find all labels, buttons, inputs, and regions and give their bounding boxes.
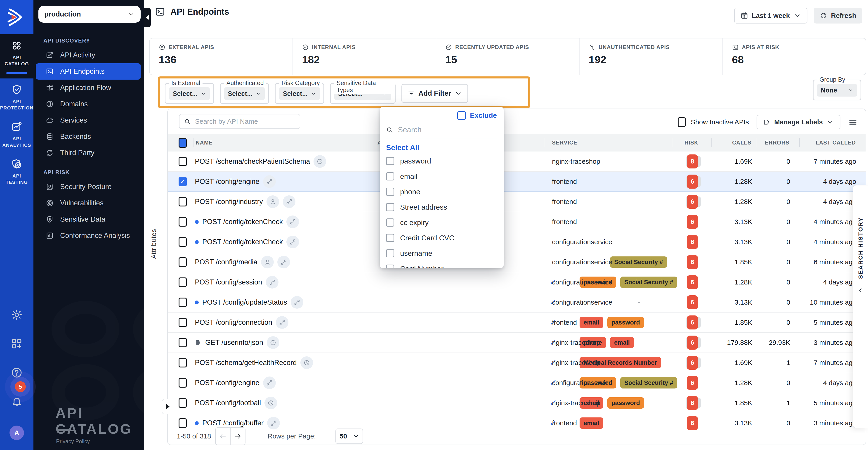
- col-service[interactable]: SERVICE: [552, 140, 577, 146]
- table-row[interactable]: ✓POST /config/engine+1frontend61.28K04 d…: [168, 172, 866, 192]
- sidebar-item-third-party[interactable]: Third Party: [36, 145, 141, 161]
- rail-item-api-analytics[interactable]: APIANALYTICS: [0, 116, 33, 153]
- endpoint-name-cell[interactable]: POST /config/media: [195, 252, 290, 272]
- dropdown-option-username[interactable]: username: [380, 246, 504, 261]
- sidebar-item-vulnerabilities[interactable]: Vulnerabilities: [36, 195, 141, 211]
- manage-labels-button[interactable]: Manage Labels: [756, 115, 840, 129]
- option-checkbox[interactable]: [386, 218, 394, 227]
- refresh-button[interactable]: Refresh: [814, 8, 862, 24]
- rows-per-page-select[interactable]: 50: [336, 428, 363, 444]
- table-row[interactable]: POST /config/industry+1frontend61.28K04 …: [168, 192, 866, 212]
- sidebar-item-api-endpoints[interactable]: API Endpoints: [36, 63, 141, 80]
- col-last-called[interactable]: LAST CALLED: [815, 140, 856, 146]
- table-row[interactable]: POST /schema/checkPatientSchema+3nginx-t…: [168, 151, 866, 172]
- risk-score-badge[interactable]: 6: [687, 175, 698, 188]
- dropdown-search[interactable]: [386, 125, 497, 139]
- next-page-button[interactable]: [230, 428, 245, 445]
- col-errors[interactable]: ERRORS: [765, 140, 789, 146]
- risk-score-badge[interactable]: 6: [687, 235, 698, 249]
- option-checkbox[interactable]: [386, 203, 394, 211]
- row-checkbox[interactable]: [179, 257, 187, 267]
- api-name-search[interactable]: [179, 114, 300, 129]
- col-calls[interactable]: CALLS: [732, 140, 751, 146]
- row-checkbox[interactable]: [179, 298, 187, 307]
- endpoint-name-cell[interactable]: POST /config/session: [195, 272, 278, 292]
- attributes-panel-tab[interactable]: Attributes: [150, 229, 158, 259]
- table-row[interactable]: POST /config/tokenCheckfrontend63.13K04 …: [168, 212, 866, 232]
- dropdown-option-street-address[interactable]: Street address: [380, 200, 504, 215]
- risk-score-badge[interactable]: 6: [687, 215, 698, 229]
- table-row[interactable]: POST /config/mediaSocial Security #confi…: [168, 252, 866, 272]
- row-checkbox[interactable]: [179, 418, 187, 428]
- sidebar-item-domains[interactable]: Domains: [36, 96, 141, 112]
- risk-score-badge[interactable]: 6: [687, 336, 698, 350]
- select-all-checkbox[interactable]: [179, 138, 187, 148]
- add-filter-button[interactable]: Add Filter: [401, 84, 468, 103]
- endpoint-name-cell[interactable]: POST /config/tokenCheck: [195, 212, 299, 232]
- rail-item-api-protection[interactable]: APIPROTECTION: [0, 79, 33, 116]
- risk-score-badge[interactable]: 6: [687, 195, 698, 209]
- dropdown-option-card-number[interactable]: Card Number: [380, 261, 504, 268]
- table-row[interactable]: GET /userinfo/json✓phoneemail+3nginx-tra…: [168, 333, 866, 353]
- endpoint-name-cell[interactable]: POST /config/updateStatus: [195, 292, 303, 312]
- dropdown-search-input[interactable]: [397, 125, 497, 134]
- sidebar-item-security-posture[interactable]: Security Posture: [36, 179, 141, 195]
- sidebar-collapse-button[interactable]: [144, 8, 151, 27]
- option-checkbox[interactable]: [386, 188, 394, 196]
- filter-select[interactable]: Select...: [169, 87, 210, 100]
- row-checkbox[interactable]: [179, 318, 187, 327]
- environment-select[interactable]: production: [38, 6, 141, 23]
- col-name[interactable]: NAME: [196, 140, 213, 146]
- brand-logo[interactable]: [0, 0, 33, 34]
- dropdown-option-email[interactable]: email: [380, 169, 504, 184]
- search-history-panel[interactable]: SEARCH HISTORY: [852, 185, 868, 428]
- row-checkbox[interactable]: ✓: [179, 177, 187, 186]
- gear-icon[interactable]: [11, 309, 23, 321]
- risk-score-badge[interactable]: 6: [687, 356, 698, 370]
- rail-item-api-catalog[interactable]: APICATALOG: [0, 34, 33, 79]
- row-checkbox[interactable]: [179, 197, 187, 206]
- prev-page-button[interactable]: [216, 428, 230, 445]
- sidebar-item-sensitive-data[interactable]: Sensitive Data: [36, 211, 141, 228]
- endpoint-name-cell[interactable]: POST /config/connection: [195, 312, 288, 332]
- endpoint-name-cell[interactable]: POST /config/engine: [195, 172, 276, 191]
- endpoint-name-cell[interactable]: POST /config/engine: [195, 373, 276, 393]
- row-checkbox[interactable]: [179, 358, 187, 367]
- col-risk[interactable]: RISK: [684, 140, 698, 146]
- notifications-button[interactable]: 5: [11, 396, 23, 409]
- group-by-select[interactable]: None: [817, 84, 857, 96]
- time-range-select[interactable]: Last 1 week: [734, 8, 807, 24]
- row-checkbox[interactable]: [179, 157, 187, 166]
- option-checkbox[interactable]: [386, 265, 394, 268]
- table-row[interactable]: POST /config/updateStatus✓-configuration…: [168, 292, 866, 312]
- row-checkbox[interactable]: [179, 338, 187, 347]
- row-checkbox[interactable]: [179, 217, 187, 227]
- risk-score-badge[interactable]: 6: [687, 316, 698, 329]
- dropdown-option-credit-card-cvc[interactable]: Credit Card CVC: [380, 230, 504, 246]
- filter-select[interactable]: Select...: [224, 87, 265, 100]
- dropdown-option-password[interactable]: password: [380, 153, 504, 169]
- privacy-policy-link[interactable]: Privacy Policy: [56, 438, 90, 445]
- table-menu-icon[interactable]: [848, 117, 858, 127]
- dropdown-option-cc-expiry[interactable]: cc expiry: [380, 215, 504, 230]
- sidebar-item-api-activity[interactable]: API Activity: [36, 47, 141, 63]
- show-inactive-checkbox[interactable]: [678, 117, 686, 127]
- option-checkbox[interactable]: [386, 172, 394, 180]
- row-checkbox[interactable]: [179, 237, 187, 247]
- endpoint-name-cell[interactable]: GET /userinfo/json: [195, 333, 279, 353]
- risk-score-badge[interactable]: 6: [687, 275, 698, 289]
- attributes-expand-button[interactable]: [162, 399, 173, 414]
- table-row[interactable]: POST /config/engine✓passwordSocial Secur…: [168, 373, 866, 393]
- apps-plus-icon[interactable]: [11, 338, 23, 350]
- risk-score-badge[interactable]: 6: [687, 396, 698, 410]
- sidebar-item-services[interactable]: Services: [36, 112, 141, 128]
- exclude-checkbox[interactable]: [457, 111, 466, 120]
- sidebar-item-application-flow[interactable]: Application Flow: [36, 80, 141, 96]
- risk-score-badge[interactable]: 6: [687, 255, 698, 269]
- sidebar-item-backends[interactable]: Backends: [36, 128, 141, 145]
- endpoint-name-cell[interactable]: POST /schema/getHealthRecord: [195, 353, 313, 373]
- table-row[interactable]: POST /schema/getHealthRecord✓Medical Rec…: [168, 353, 866, 373]
- option-checkbox[interactable]: [386, 249, 394, 257]
- filter-select[interactable]: Select...: [279, 87, 320, 100]
- risk-score-badge[interactable]: 6: [687, 295, 698, 309]
